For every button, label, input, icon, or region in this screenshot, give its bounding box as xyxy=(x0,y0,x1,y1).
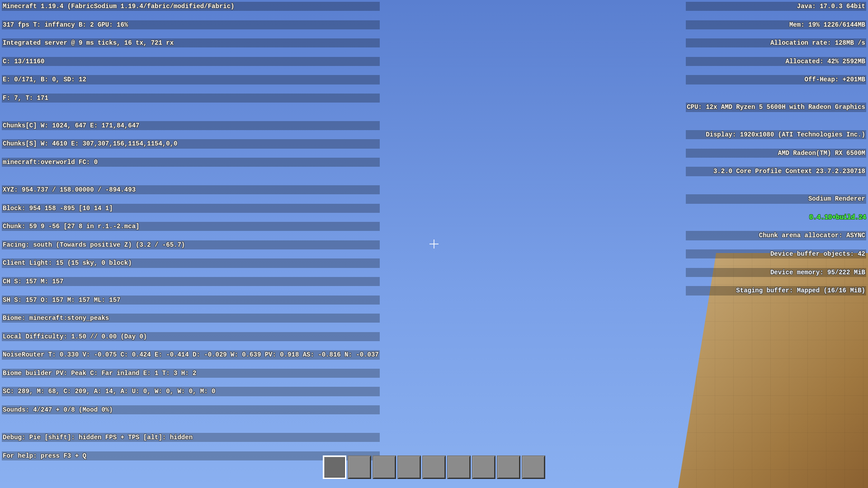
hotbar-slot-4[interactable] xyxy=(422,455,446,479)
hotbar-slot-1[interactable] xyxy=(348,455,371,479)
hotbar-slot-6[interactable] xyxy=(472,455,495,479)
hotbar-slot-2[interactable] xyxy=(373,455,396,479)
hotbar-slot-5[interactable] xyxy=(447,455,471,479)
hotbar-slot-8[interactable] xyxy=(522,455,545,479)
hotbar-slot-7[interactable] xyxy=(497,455,520,479)
crosshair xyxy=(434,239,434,249)
hotbar-slot-0[interactable] xyxy=(323,455,346,479)
hotbar xyxy=(323,455,545,479)
hotbar-slot-3[interactable] xyxy=(397,455,421,479)
